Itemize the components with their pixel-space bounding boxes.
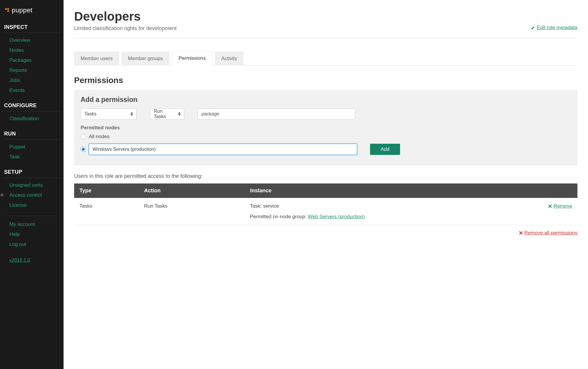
version-link[interactable]: v2018.1.0: [9, 258, 30, 263]
permission-type-value: Tasks: [84, 111, 96, 117]
nav-packages[interactable]: Packages: [9, 57, 31, 63]
nav-access-control[interactable]: Access control: [9, 192, 42, 198]
th-actions: [522, 183, 577, 198]
close-icon: [548, 204, 552, 208]
remove-all-permissions-link[interactable]: Remove all permissions: [519, 230, 577, 236]
nav-classification[interactable]: Classification: [9, 116, 39, 121]
nav-help[interactable]: Help: [9, 231, 20, 237]
nav-section-inspect: INSPECT Overview Nodes Packages Reports …: [0, 21, 64, 100]
chevron-sort-icon: [178, 112, 181, 116]
permission-action-value: Run Tasks: [154, 109, 174, 119]
permission-type-select[interactable]: Tasks: [81, 108, 136, 120]
remove-label: Remove: [554, 203, 572, 209]
svg-rect-1: [7, 8, 9, 10]
plus-icon: [0, 193, 4, 197]
tab-member-groups[interactable]: Member groups: [121, 52, 169, 66]
nav-heading-run: RUN: [4, 128, 60, 140]
brand-name: puppet: [12, 6, 32, 14]
cell-instance: Task: service Permitted on node group: W…: [245, 198, 522, 225]
th-type: Type: [74, 183, 139, 198]
permissions-help-text: Users in this role are permitted access …: [74, 173, 577, 179]
add-permission-title: Add a permission: [81, 96, 571, 104]
nav-heading-inspect: INSPECT: [4, 21, 60, 33]
nav-section-setup: SETUP Unsigned certs Access control Lice…: [0, 166, 64, 254]
cell-action: Run Tasks: [139, 198, 245, 225]
main-content: Developers Limited classification rights…: [64, 0, 588, 369]
nav-log-out[interactable]: Log out: [9, 241, 26, 247]
nav-events[interactable]: Events: [9, 87, 25, 93]
nav-unsigned-certs[interactable]: Unsigned certs: [9, 182, 43, 188]
svg-rect-2: [7, 10, 9, 12]
version: v2018.1.0: [0, 254, 64, 267]
tabs: Member users Member groups Permissions A…: [74, 51, 577, 66]
add-permission-panel: Add a permission Tasks Run Tasks Permitt…: [74, 90, 577, 166]
tab-member-users[interactable]: Member users: [74, 52, 119, 66]
close-icon: [519, 231, 523, 235]
th-instance: Instance: [245, 183, 522, 198]
node-group-input[interactable]: [89, 144, 357, 155]
permission-action-select[interactable]: Run Tasks: [150, 108, 184, 120]
permitted-nodes-label: Permitted nodes: [81, 125, 571, 131]
instance-prefix: Permitted on node group:: [250, 214, 308, 219]
nav-section-run: RUN Puppet Task: [0, 128, 64, 166]
nav-heading-setup: SETUP: [4, 166, 60, 178]
remove-permission-link[interactable]: Remove: [548, 203, 572, 209]
nav-heading-configure: CONFIGURE: [4, 100, 60, 111]
remove-all-label: Remove all permissions: [524, 230, 577, 236]
table-row: Tasks Run Tasks Task: service Permitted …: [74, 198, 577, 225]
puppet-logo-icon: [5, 8, 10, 13]
svg-rect-4: [0, 195, 4, 195]
sidebar: puppet INSPECT Overview Nodes Packages R…: [0, 0, 64, 369]
permissions-heading: Permissions: [74, 76, 577, 85]
add-button[interactable]: Add: [370, 144, 400, 155]
nav-separator: [7, 216, 56, 216]
nav-puppet[interactable]: Puppet: [9, 144, 25, 150]
nav-jobs[interactable]: Jobs: [9, 77, 20, 83]
nav-task[interactable]: Task: [9, 154, 20, 160]
th-action: Action: [139, 183, 245, 198]
radio-node-group[interactable]: [81, 147, 86, 152]
edit-role-metadata-link[interactable]: Edit role metadata: [531, 25, 577, 31]
page-subtitle: Limited classification rights for develo…: [74, 25, 176, 32]
svg-rect-0: [5, 8, 7, 10]
instance-task: Task: service: [250, 203, 516, 209]
edit-role-label: Edit role metadata: [537, 25, 577, 31]
permissions-table: Type Action Instance Tasks Run Tasks Tas…: [74, 183, 577, 225]
nav-section-configure: CONFIGURE Classification: [0, 100, 64, 128]
nav-reports[interactable]: Reports: [9, 67, 27, 73]
permission-instance-input[interactable]: [198, 108, 355, 120]
radio-all-nodes[interactable]: [81, 134, 86, 139]
logo[interactable]: puppet: [0, 0, 64, 21]
page-title: Developers: [74, 9, 176, 24]
cell-type: Tasks: [74, 198, 139, 225]
nav-nodes[interactable]: Nodes: [9, 47, 24, 53]
chevron-sort-icon: [130, 112, 133, 116]
tab-permissions[interactable]: Permissions: [172, 52, 213, 66]
divider: [74, 38, 577, 38]
tab-activity[interactable]: Activity: [215, 52, 244, 66]
nav-overview[interactable]: Overview: [9, 37, 30, 43]
nav-license[interactable]: License: [9, 202, 27, 208]
radio-all-nodes-label: All nodes: [89, 134, 109, 140]
pencil-icon: [531, 26, 535, 30]
node-group-link[interactable]: Web Servers (production): [308, 214, 365, 219]
nav-my-account[interactable]: My account: [9, 221, 35, 227]
